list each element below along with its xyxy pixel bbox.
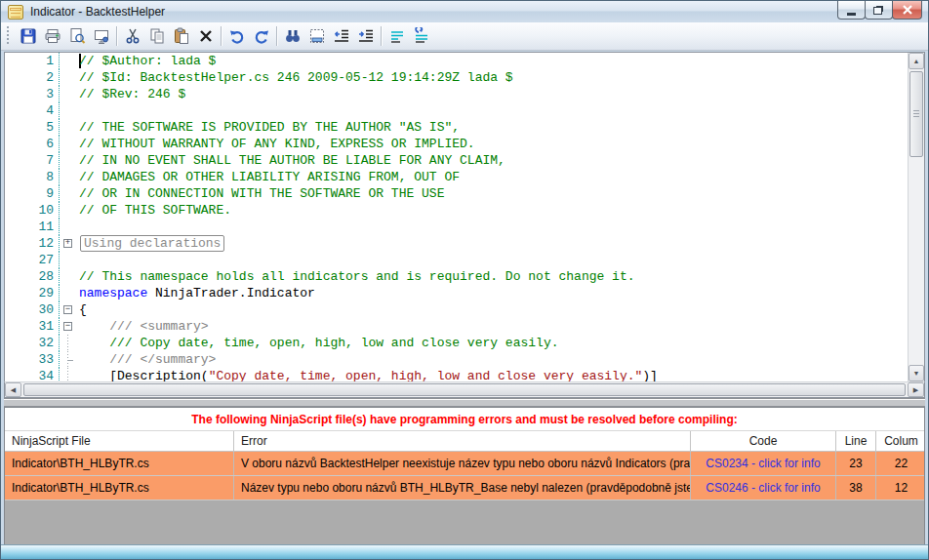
close-button[interactable] — [892, 1, 922, 20]
error-code-link[interactable]: CS0246 - click for info — [691, 476, 836, 500]
error-line-cell: 23 — [836, 452, 876, 475]
comment-selection-button[interactable] — [384, 24, 409, 48]
line-number: 29 — [5, 285, 60, 301]
code-line[interactable]: 29namespace NinjaTrader.Indicator — [5, 285, 908, 301]
code-line[interactable]: 7// IN NO EVENT SHALL THE AUTHOR BE LIAB… — [5, 152, 908, 169]
fold-margin: + — [60, 235, 76, 252]
code-line[interactable]: 10// OF THIS SOFTWARE. — [5, 202, 908, 219]
scroll-right-button[interactable]: ▶ — [908, 382, 924, 397]
fold-margin — [60, 102, 76, 119]
code-line[interactable]: 30−{ — [5, 301, 908, 318]
outdent-button[interactable] — [329, 24, 353, 48]
code-line[interactable]: 8// DAMAGES OR OTHER LIABILITY ARISING F… — [5, 169, 908, 185]
find-button[interactable] — [280, 24, 304, 48]
code-line[interactable]: 28// This namespace holds all indicators… — [5, 268, 908, 285]
code-line[interactable]: 33 /// </summary> — [5, 351, 908, 368]
column-header-file[interactable]: NinjaScript File — [5, 431, 234, 451]
column-header-error[interactable]: Error — [234, 431, 691, 451]
error-code-link[interactable]: CS0234 - click for info — [691, 452, 836, 475]
title-bar[interactable]: Indicator - BacktestHelper — [1, 1, 928, 22]
code-text: // This namespace holds all indicators a… — [76, 268, 635, 285]
copy-button[interactable] — [144, 24, 169, 48]
code-text: /// Copy date, time, open, high, low and… — [76, 335, 558, 351]
code-lines[interactable]: 1// $Author: lada $2// $Id: BacktestHelp… — [5, 53, 908, 381]
errors-table: NinjaScript File Error Code Line Colum I… — [5, 430, 924, 500]
code-line[interactable]: 27 — [5, 252, 908, 268]
line-number: 7 — [5, 152, 60, 169]
scroll-up-button[interactable]: ▲ — [909, 53, 924, 69]
collapsed-region[interactable]: Using declarations — [80, 235, 224, 252]
code-line[interactable]: 1// $Author: lada $ — [5, 53, 908, 69]
horizontal-scrollbar[interactable]: ◀ ▶ — [4, 381, 925, 398]
code-text: // $Author: lada $ — [76, 53, 216, 69]
code-line[interactable]: 11 — [5, 219, 908, 235]
paste-button[interactable] — [169, 24, 193, 48]
fold-margin — [60, 335, 76, 351]
page-setup-button[interactable] — [89, 24, 113, 48]
code-line[interactable]: 4 — [5, 102, 908, 119]
print-button[interactable] — [40, 24, 64, 48]
column-header-code[interactable]: Code — [691, 431, 836, 451]
fold-expand-icon[interactable]: + — [63, 239, 72, 248]
app-note-icon — [8, 5, 23, 20]
cut-button[interactable] — [120, 24, 144, 48]
fold-margin — [60, 169, 76, 185]
uncomment-selection-button[interactable] — [409, 24, 433, 48]
scroll-down-button[interactable]: ▼ — [909, 365, 924, 381]
save-button[interactable] — [16, 24, 40, 48]
vertical-scrollbar[interactable]: ▲ ▼ — [908, 53, 924, 381]
redo-button[interactable] — [249, 24, 273, 48]
restore-button[interactable] — [865, 1, 893, 20]
error-row[interactable]: Indicator\BTH_HLByTR.csNázev typu nebo o… — [5, 476, 924, 500]
outdent-icon — [333, 27, 350, 45]
vertical-scroll-thumb[interactable] — [909, 71, 923, 157]
panel-splitter[interactable] — [4, 398, 925, 407]
column-header-line[interactable]: Line — [836, 431, 876, 451]
error-column-cell: 22 — [876, 452, 925, 475]
error-row[interactable]: Indicator\BTH_HLByTR.csV oboru názvů Bac… — [5, 452, 924, 476]
code-text: namespace NinjaTrader.Indicator — [76, 285, 315, 301]
minimize-icon — [847, 13, 856, 16]
undo-icon — [228, 27, 246, 45]
fold-margin — [60, 368, 76, 381]
column-header-column[interactable]: Colum — [876, 431, 925, 451]
code-line[interactable]: 9// OR IN CONNECTION WITH THE SOFTWARE O… — [5, 185, 908, 202]
delete-button[interactable] — [193, 24, 218, 48]
minimize-button[interactable] — [837, 1, 866, 20]
fold-collapse-icon[interactable]: − — [63, 322, 72, 331]
scroll-left-button[interactable]: ◀ — [5, 382, 21, 397]
error-text-cell: V oboru názvů BacktestHelper neexistuje … — [234, 452, 691, 475]
fold-margin — [60, 152, 76, 169]
line-number: 32 — [5, 335, 60, 351]
select-columns-icon — [308, 27, 326, 45]
vertical-scroll-track[interactable] — [909, 159, 924, 365]
toolbar-separator — [221, 26, 222, 46]
code-line[interactable]: 34 [Description("Copy date, time, open, … — [5, 368, 908, 381]
code-text — [76, 102, 79, 119]
code-editor[interactable]: 1// $Author: lada $2// $Id: BacktestHelp… — [4, 52, 925, 381]
print-icon — [44, 27, 61, 45]
code-line[interactable]: 3// $Rev: 246 $ — [5, 86, 908, 102]
fold-collapse-icon[interactable]: − — [63, 305, 72, 314]
code-line[interactable]: 32 /// Copy date, time, open, high, low … — [5, 335, 908, 351]
horizontal-scroll-thumb[interactable] — [23, 383, 906, 396]
print-preview-button[interactable] — [64, 24, 89, 48]
code-text: Using declarations — [76, 235, 224, 252]
indent-button[interactable] — [353, 24, 378, 48]
fold-margin — [60, 351, 76, 368]
error-file-cell: Indicator\BTH_HLByTR.cs — [5, 452, 234, 475]
line-number: 2 — [5, 69, 60, 86]
code-line[interactable]: 31− /// <summary> — [5, 318, 908, 335]
code-line[interactable]: 2// $Id: BacktestHelper.cs 246 2009-05-1… — [5, 69, 908, 86]
code-line[interactable]: 6// WITHOUT WARRANTY OF ANY KIND, EXPRES… — [5, 136, 908, 152]
line-number: 31 — [5, 318, 60, 335]
line-number: 4 — [5, 102, 60, 119]
code-line[interactable]: 12+Using declarations — [5, 235, 908, 252]
delete-icon — [198, 28, 214, 44]
line-number: 28 — [5, 268, 60, 285]
code-text — [76, 219, 79, 235]
select-columns-button[interactable] — [304, 24, 329, 48]
code-line[interactable]: 5// THE SOFTWARE IS PROVIDED BY THE AUTH… — [5, 119, 908, 136]
undo-button[interactable] — [224, 24, 249, 48]
toolbar-grip[interactable] — [5, 26, 10, 46]
